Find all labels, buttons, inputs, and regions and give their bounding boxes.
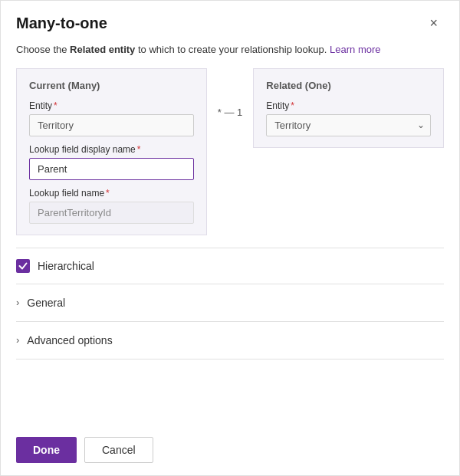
general-section: › General [1, 284, 459, 321]
related-panel-header: Related (One) [266, 80, 431, 91]
connector-area: * — 1 [207, 68, 254, 118]
checkmark-icon [18, 261, 28, 271]
description-prefix: Choose the [16, 44, 70, 55]
panels-row: Current (Many) Entity* Territory Lookup … [1, 68, 459, 235]
required-star: * [54, 100, 58, 111]
current-entity-label: Entity* [29, 100, 194, 111]
required-star-4: * [291, 100, 294, 111]
current-entity-value: Territory [29, 114, 194, 136]
dialog-title: Many-to-one [16, 15, 107, 32]
lookup-display-label: Lookup field display name* [29, 144, 194, 155]
advanced-chevron-icon: › [16, 334, 19, 346]
current-panel-header: Current (Many) [29, 80, 194, 91]
required-star-2: * [137, 144, 141, 155]
dialog-header: Many-to-one × [1, 1, 459, 42]
hierarchical-label: Hierarchical [38, 260, 94, 272]
connector-symbol: * — 1 [218, 107, 243, 118]
related-entity-select[interactable]: Territory [266, 114, 431, 136]
advanced-options-header[interactable]: › Advanced options [16, 322, 444, 359]
learn-more-link[interactable]: Learn more [330, 44, 380, 55]
lookup-display-input[interactable] [29, 158, 194, 180]
related-panel: Related (One) Entity* Territory ⌄ [253, 68, 444, 148]
dialog-description: Choose the Related entity to which to cr… [1, 42, 459, 68]
description-bold: Related entity [70, 44, 135, 55]
related-entity-wrapper: Territory ⌄ [266, 114, 431, 136]
done-button[interactable]: Done [16, 437, 77, 463]
general-section-label: General [27, 297, 65, 309]
lookup-name-value: ParentTerritoryId [29, 202, 194, 224]
advanced-options-section: › Advanced options [1, 322, 459, 359]
advanced-options-label: Advanced options [27, 334, 112, 346]
description-suffix: to which to create your relationship loo… [135, 44, 327, 55]
lookup-name-label: Lookup field name* [29, 188, 194, 199]
cancel-button[interactable]: Cancel [84, 437, 153, 463]
dialog-footer: Done Cancel [1, 425, 459, 475]
current-panel: Current (Many) Entity* Territory Lookup … [16, 68, 207, 235]
close-button[interactable]: × [423, 13, 444, 33]
required-star-3: * [106, 188, 110, 199]
general-section-header[interactable]: › General [16, 284, 444, 321]
many-to-one-dialog: Many-to-one × Choose the Related entity … [0, 0, 460, 476]
hierarchical-checkbox[interactable] [16, 259, 30, 273]
related-entity-label: Entity* [266, 100, 431, 111]
hierarchical-row: Hierarchical [1, 248, 459, 284]
general-chevron-icon: › [16, 297, 19, 308]
